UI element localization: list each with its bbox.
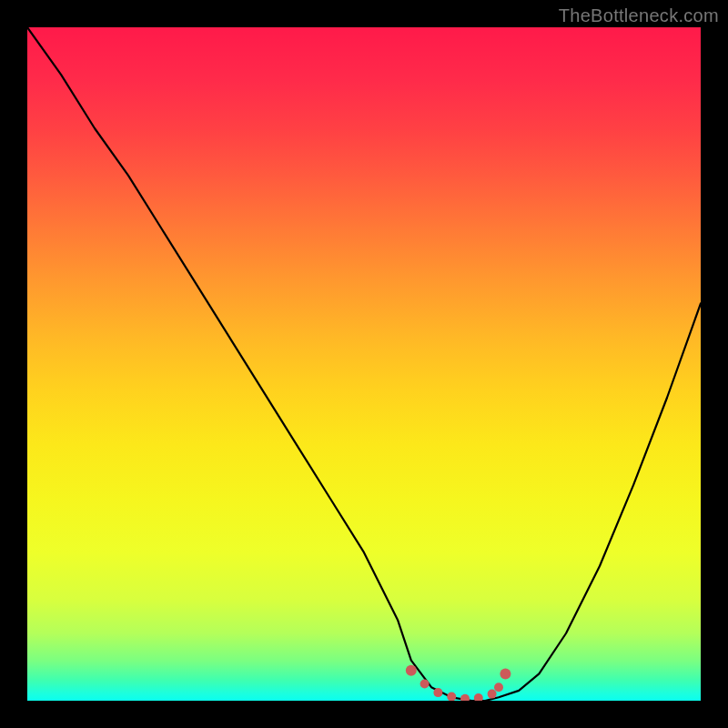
- curve-line: [27, 27, 701, 701]
- highlight-dot: [488, 690, 497, 699]
- highlight-dot: [433, 688, 442, 697]
- highlight-dot: [500, 668, 511, 679]
- highlight-dot: [420, 680, 430, 689]
- chart-svg: [27, 27, 701, 701]
- highlight-dot: [474, 693, 483, 701]
- highlight-dot: [406, 665, 417, 676]
- highlight-dot: [460, 694, 470, 701]
- highlight-dot: [447, 693, 456, 701]
- plot-area: [27, 27, 701, 701]
- highlight-dots: [406, 665, 511, 701]
- watermark-text: TheBottleneck.com: [559, 5, 719, 26]
- highlight-dot: [494, 682, 503, 692]
